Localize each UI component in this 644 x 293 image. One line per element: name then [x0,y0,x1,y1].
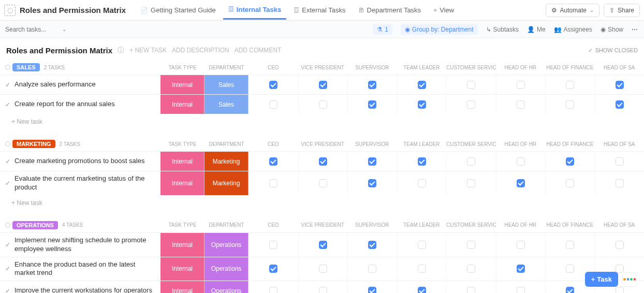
add-description-button[interactable]: ADD DESCRIPTION [172,47,229,54]
tab-external-tasks[interactable]: ☲External Tasks [288,2,350,19]
role-checkbox-cell[interactable] [545,233,595,257]
role-checkbox-cell[interactable] [446,171,496,195]
tab-view[interactable]: +View [428,2,459,19]
role-checkbox-cell[interactable] [248,233,298,257]
checkbox[interactable] [616,241,624,249]
check-icon[interactable]: ✓ [5,101,10,108]
checkbox[interactable] [418,81,426,89]
task-name-cell[interactable]: ✓ Evaluate the current marketing status … [0,171,160,195]
role-checkbox-cell[interactable] [595,152,645,171]
checkbox[interactable] [269,179,277,187]
task-type-tag[interactable]: Internal [160,257,204,281]
checkbox[interactable] [269,287,277,293]
role-checkbox-cell[interactable] [397,281,447,293]
department-tag[interactable]: Sales [204,95,248,114]
task-name-cell[interactable]: ✓ Improve the current workstations for o… [0,281,160,293]
checkbox[interactable] [467,241,475,249]
role-checkbox-cell[interactable] [595,233,645,257]
more-menu[interactable]: ⋯ [632,26,639,33]
task-row[interactable]: ✓ Evaluate the current marketing status … [0,171,644,195]
checkbox[interactable] [319,81,327,89]
checkbox[interactable] [368,265,376,273]
new-task-button[interactable]: + NEW TASK [129,47,167,54]
show-toggle[interactable]: ◉ Show [601,26,623,33]
check-icon[interactable]: ✓ [5,158,10,165]
checkbox[interactable] [517,287,525,293]
checkbox[interactable] [418,100,426,109]
checkbox[interactable] [418,179,426,187]
role-checkbox-cell[interactable] [347,281,397,293]
task-name-cell[interactable]: ✓ Implement new shifting schedule to pro… [0,233,160,257]
checkbox[interactable] [566,157,574,166]
checkbox[interactable] [368,287,376,293]
task-name-cell[interactable]: ✓ Enhance the product based on the lates… [0,257,160,281]
checkbox[interactable] [566,179,574,187]
task-row[interactable]: ✓ Create report for the annual salesInte… [0,94,644,114]
checkbox[interactable] [616,100,624,109]
search-input-wrap[interactable]: ⌄ [5,26,83,33]
role-checkbox-cell[interactable] [347,171,397,195]
check-icon[interactable]: ✓ [5,180,10,187]
group-badge[interactable]: Marketing [12,140,55,148]
checkbox[interactable] [467,81,475,89]
checkbox[interactable] [319,179,327,187]
me-filter[interactable]: 👤 Me [527,26,546,33]
checkbox[interactable] [566,287,574,293]
role-checkbox-cell[interactable] [397,257,447,281]
checkbox[interactable] [269,265,277,273]
checkbox[interactable] [616,157,624,166]
role-checkbox-cell[interactable] [298,95,348,114]
checkbox[interactable] [418,265,426,273]
checkbox[interactable] [368,179,376,187]
checkbox[interactable] [319,157,327,166]
role-checkbox-cell[interactable] [545,152,595,171]
checkbox[interactable] [467,100,475,109]
task-type-tag[interactable]: Internal [160,233,204,257]
role-checkbox-cell[interactable] [347,95,397,114]
task-row[interactable]: ✓ Analyze sales performanceInternalSales [0,75,644,94]
role-checkbox-cell[interactable] [397,75,447,94]
tab-internal-tasks[interactable]: ☲Internal Tasks [223,1,286,20]
role-checkbox-cell[interactable] [347,257,397,281]
checkbox[interactable] [616,81,624,89]
role-checkbox-cell[interactable] [298,257,348,281]
checkbox[interactable] [517,157,525,166]
tab-department-tasks[interactable]: 🖹Department Tasks [353,2,427,19]
role-checkbox-cell[interactable] [545,95,595,114]
chevron-down-icon[interactable]: ⌄ [62,26,66,32]
checkbox[interactable] [467,179,475,187]
collapse-icon[interactable] [5,65,10,70]
role-checkbox-cell[interactable] [446,281,496,293]
apps-fab[interactable] [622,272,637,287]
role-checkbox-cell[interactable] [446,152,496,171]
role-checkbox-cell[interactable] [347,152,397,171]
role-checkbox-cell[interactable] [595,171,645,195]
department-tag[interactable]: Marketing [204,171,248,195]
group-by-pill[interactable]: ◉ Group by: Department [401,24,478,35]
task-row[interactable]: ✓ Enhance the product based on the lates… [0,257,644,281]
filter-count-pill[interactable]: ⚗︎ 1 [373,24,392,35]
app-icon[interactable]: ◌ [4,5,16,16]
subtasks-toggle[interactable]: ↳ Subtasks [486,26,519,33]
role-checkbox-cell[interactable] [496,233,546,257]
role-checkbox-cell[interactable] [298,281,348,293]
task-name-cell[interactable]: ✓ Create marketing promotions to boost s… [0,152,160,171]
task-type-tag[interactable]: Internal [160,95,204,114]
checkbox[interactable] [368,100,376,109]
add-comment-button[interactable]: ADD COMMENT [235,47,282,54]
task-name-cell[interactable]: ✓ Create report for the annual sales [0,95,160,114]
collapse-icon[interactable] [5,141,10,146]
role-checkbox-cell[interactable] [496,75,546,94]
check-icon[interactable]: ✓ [5,265,10,272]
checkbox[interactable] [566,241,574,249]
role-checkbox-cell[interactable] [446,257,496,281]
role-checkbox-cell[interactable] [397,152,447,171]
assignees-filter[interactable]: 👥 Assignees [554,26,592,33]
checkbox[interactable] [368,81,376,89]
checkbox[interactable] [616,179,624,187]
role-checkbox-cell[interactable] [595,75,645,94]
checkbox[interactable] [269,241,277,249]
checkbox[interactable] [467,287,475,293]
task-row[interactable]: ✓ Create marketing promotions to boost s… [0,151,644,171]
role-checkbox-cell[interactable] [248,281,298,293]
